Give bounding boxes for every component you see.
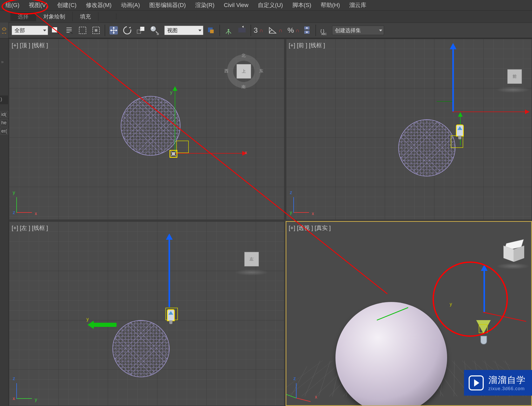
svg-point-8 [151,26,156,31]
geosphere-object[interactable] [398,119,455,176]
chevron-down-icon [198,30,201,31]
selection-filter-value: 全部 [15,27,25,34]
ribbon-tab-select[interactable]: 选择 [10,12,36,21]
geosphere-object[interactable] [112,320,170,377]
viewport-top[interactable]: [+] [顶 ] [线框 ] 上 北 南 东 西 y x y [9,38,285,220]
axis-label-y: y [450,301,452,307]
list-item[interactable]: er( [1,128,8,135]
watermark-name: 溜溜自学 [488,374,526,386]
manipulate-button[interactable] [223,24,234,36]
ribbon-tab-objectpaint[interactable]: 对象绘制 [36,12,73,21]
viewcube-face[interactable]: 上 [237,64,251,79]
menu-liuyunku[interactable]: 溜云库 [345,0,371,11]
spinner-snap-button[interactable] [301,24,313,36]
viewcube[interactable] [501,240,527,266]
viewport-label[interactable]: [+] [顶 ] [线框 ] [12,42,48,49]
axis-label-x: x [13,396,15,401]
viewport-left[interactable]: [+] [左 ] [线框 ] 左 y z x y [9,221,285,406]
geosphere-object[interactable] [121,96,180,156]
play-icon [469,375,484,390]
gizmo-z-axis[interactable] [483,271,485,312]
gizmo-plane[interactable] [479,324,488,333]
viewcube-face[interactable]: 左 [244,252,259,266]
toolbar-side-handle[interactable] [0,23,9,38]
toolbar-separator [105,25,105,36]
svg-rect-6 [137,30,141,33]
scale-button[interactable] [135,24,147,36]
axis-label-y: y [13,190,15,195]
menu-script[interactable]: 脚本(S) [288,0,316,11]
viewcube[interactable]: 上 北 南 东 西 [232,60,255,83]
svg-point-9 [152,27,153,29]
menu-group[interactable]: 组(G) [4,0,24,11]
viewport-front[interactable]: [+] [前 ] [线框 ] 前 z y x [286,38,532,220]
chevron-down-icon [379,30,382,31]
menu-modifiers[interactable]: 修改器(M) [81,0,116,11]
axis-label-z: z [13,210,15,215]
selection-filter-dropdown[interactable]: 全部 [12,26,48,35]
select-object-button[interactable] [50,24,62,36]
menu-grapheditors[interactable]: 图形编辑器(D) [145,0,191,11]
light-object[interactable] [456,125,464,136]
rotate-button[interactable] [121,24,133,36]
menu-help[interactable]: 帮助(H) [316,0,345,11]
axis-label-y: y [86,316,89,322]
menu-view[interactable]: 视图(V) [24,0,52,11]
viewcube[interactable]: 左 [240,247,263,271]
menu-animation[interactable]: 动画(A) [116,0,145,11]
menu-customize[interactable]: 自定义(U) [253,0,288,11]
geosphere-object[interactable] [335,302,447,406]
named-selection-set-button[interactable]: { }ABC [319,24,331,36]
svg-text:ABC: ABC [321,33,327,36]
toolbar-separator [219,25,220,36]
axis-label-x: x [35,211,37,216]
magnet-icon: ∩ [259,27,263,33]
chevron-down-icon [43,30,46,31]
select-by-name-button[interactable] [63,24,75,36]
pivot-center-button[interactable] [205,24,217,36]
main-toolbar: 全部 视图 [0,23,532,38]
viewcube-face[interactable]: 前 [507,69,522,84]
snap-3d-button[interactable]: 3 ∩ [254,26,263,35]
menu-render[interactable]: 渲染(R) [191,0,219,11]
list-item[interactable]: id( [1,111,8,118]
axis-label-x: x [312,211,314,216]
menu-create[interactable]: 创建(C) [52,0,81,11]
light-base-icon [480,336,487,345]
viewport-label[interactable]: [+] [前 ] [线框 ] [289,42,325,49]
axis-tripod: z x [293,377,317,401]
angle-snap-button[interactable]: ∩ [268,26,282,34]
viewport-label[interactable]: [+] [透视 ] [真实 ] [289,224,331,232]
coord-system-value: 视图 [167,27,178,34]
gizmo-x-axis[interactable] [175,153,242,154]
selection-set-dropdown[interactable]: 创建选择集 [332,26,384,35]
percent-snap-button[interactable]: % ∩ [287,26,299,35]
gizmo-xy-plane[interactable] [176,141,189,153]
scene-explorer-panel: » ) id( he er( [0,38,9,406]
axis-label-y: y [170,90,172,95]
toolbar-separator [251,25,251,36]
compass-west: 西 [224,68,228,74]
collapse-chevron-icon[interactable]: » [1,59,4,65]
gizmo-y-axis[interactable] [175,91,175,153]
ribbon-dropdown-icon[interactable] [102,13,116,20]
light-object[interactable] [167,309,175,321]
viewcube[interactable]: 前 [503,65,526,88]
menu-civilview[interactable]: Civil View [219,0,253,10]
window-crossing-button[interactable] [90,24,102,36]
axis-label-x: x [315,394,317,400]
rect-marquee-button[interactable] [77,24,89,36]
svg-rect-12 [210,30,214,33]
placement-button[interactable] [148,24,160,36]
panel-header: ) [0,95,9,104]
viewport-label[interactable]: [+] [左 ] [线框 ] [12,224,48,232]
svg-rect-1 [79,27,86,34]
ribbon-tab-populate[interactable]: 填充 [73,12,98,21]
axis-label-z: z [13,376,15,381]
viewport-container: [+] [顶 ] [线框 ] 上 北 南 东 西 y x y [9,38,532,406]
list-item[interactable]: he [1,119,8,126]
keyboard-shortcut-toggle[interactable] [236,24,248,36]
move-button[interactable] [108,24,120,36]
coord-system-dropdown[interactable]: 视图 [164,26,203,35]
object-selection-marker[interactable] [170,150,177,158]
